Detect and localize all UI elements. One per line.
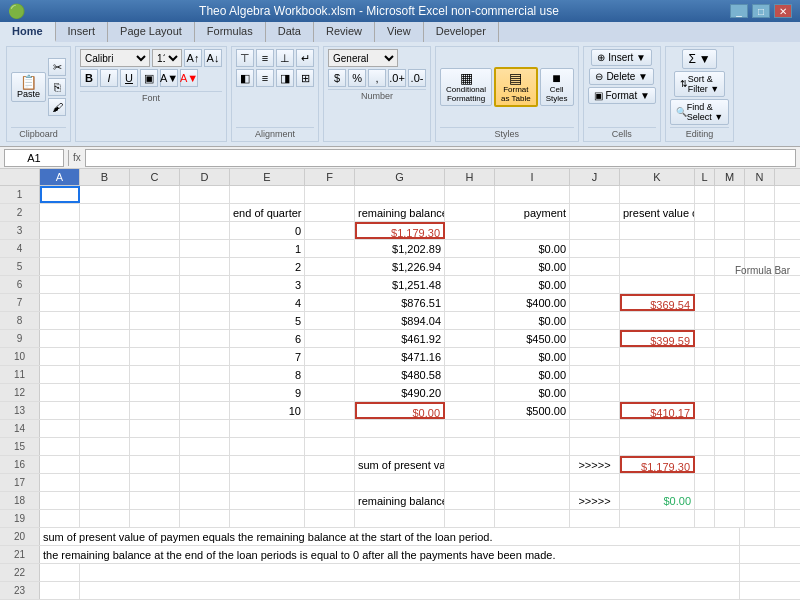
cell-g2[interactable]: remaining balance bbox=[355, 204, 445, 221]
find-select-button[interactable]: 🔍 Find &Select ▼ bbox=[670, 99, 729, 125]
decrease-font-button[interactable]: A↓ bbox=[204, 49, 222, 67]
col-header-h[interactable]: H bbox=[445, 169, 495, 185]
align-middle-button[interactable]: ≡ bbox=[256, 49, 274, 67]
align-left-button[interactable]: ◧ bbox=[236, 69, 254, 87]
percent-button[interactable]: % bbox=[348, 69, 366, 87]
cell-b1[interactable] bbox=[80, 186, 130, 203]
cell-g4[interactable]: $1,202.89 bbox=[355, 240, 445, 257]
col-header-k[interactable]: K bbox=[620, 169, 695, 185]
tab-data[interactable]: Data bbox=[266, 22, 314, 42]
col-header-f[interactable]: F bbox=[305, 169, 355, 185]
cell-i2[interactable]: payment bbox=[495, 204, 570, 221]
col-header-m[interactable]: M bbox=[715, 169, 745, 185]
autosum-button[interactable]: Σ▼ bbox=[682, 49, 716, 69]
col-header-d[interactable]: D bbox=[180, 169, 230, 185]
cell-c1[interactable] bbox=[130, 186, 180, 203]
cell-k18[interactable]: $0.00 bbox=[620, 492, 695, 509]
cut-button[interactable]: ✂ bbox=[48, 58, 66, 76]
tab-page-layout[interactable]: Page Layout bbox=[108, 22, 195, 42]
cell-f1[interactable] bbox=[305, 186, 355, 203]
underline-button[interactable]: U bbox=[120, 69, 138, 87]
col-header-b[interactable]: B bbox=[80, 169, 130, 185]
tab-developer[interactable]: Developer bbox=[424, 22, 499, 42]
align-right-button[interactable]: ◨ bbox=[276, 69, 294, 87]
cell-g3[interactable]: $1,179.30 bbox=[355, 222, 445, 239]
col-header-c[interactable]: C bbox=[130, 169, 180, 185]
cell-a20[interactable]: sum of present value of paymen equals th… bbox=[40, 528, 740, 545]
increase-font-button[interactable]: A↑ bbox=[184, 49, 202, 67]
cell-l1[interactable] bbox=[695, 186, 715, 203]
cell-g18[interactable]: remaining balance at the end of 10 quart… bbox=[355, 492, 445, 509]
col-header-n[interactable]: N bbox=[745, 169, 775, 185]
cell-k9[interactable]: $399.59 bbox=[620, 330, 695, 347]
minimize-button[interactable]: _ bbox=[730, 4, 748, 18]
tab-review[interactable]: Review bbox=[314, 22, 375, 42]
format-cells-button[interactable]: ▣ Format ▼ bbox=[588, 87, 656, 104]
col-header-l[interactable]: L bbox=[695, 169, 715, 185]
tab-formulas[interactable]: Formulas bbox=[195, 22, 266, 42]
cell-m1[interactable] bbox=[715, 186, 745, 203]
cell-g13[interactable]: $0.00 bbox=[355, 402, 445, 419]
cell-e2[interactable]: end of quarter bbox=[230, 204, 305, 221]
format-painter-button[interactable]: 🖌 bbox=[48, 98, 66, 116]
name-box[interactable] bbox=[4, 149, 64, 167]
col-header-e[interactable]: E bbox=[230, 169, 305, 185]
italic-button[interactable]: I bbox=[100, 69, 118, 87]
paste-button[interactable]: 📋 Paste bbox=[11, 72, 46, 102]
cell-h1[interactable] bbox=[445, 186, 495, 203]
fill-color-button[interactable]: A▼ bbox=[160, 69, 178, 87]
currency-button[interactable]: $ bbox=[328, 69, 346, 87]
bold-button[interactable]: B bbox=[80, 69, 98, 87]
font-color-button[interactable]: A▼ bbox=[180, 69, 198, 87]
delete-cells-button[interactable]: ⊖ Delete ▼ bbox=[589, 68, 654, 85]
cell-k1[interactable] bbox=[620, 186, 695, 203]
comma-button[interactable]: , bbox=[368, 69, 386, 87]
font-family-select[interactable]: Calibri bbox=[80, 49, 150, 67]
merge-center-button[interactable]: ⊞ bbox=[296, 69, 314, 87]
wrap-text-button[interactable]: ↵ bbox=[296, 49, 314, 67]
cell-k7[interactable]: $369.54 bbox=[620, 294, 695, 311]
cell-a21[interactable]: the remaining balance at the end of the … bbox=[40, 546, 740, 563]
window-controls[interactable]: _ □ ✕ bbox=[730, 4, 792, 18]
cell-k16[interactable]: $1,179.30 bbox=[620, 456, 695, 473]
cell-i3[interactable] bbox=[495, 222, 570, 239]
number-format-select[interactable]: General bbox=[328, 49, 398, 67]
font-size-select[interactable]: 11 bbox=[152, 49, 182, 67]
close-button[interactable]: ✕ bbox=[774, 4, 792, 18]
col-header-g[interactable]: G bbox=[355, 169, 445, 185]
cell-i1[interactable] bbox=[495, 186, 570, 203]
format-as-table-button[interactable]: ▤ Formatas Table bbox=[494, 67, 538, 107]
tab-view[interactable]: View bbox=[375, 22, 424, 42]
increase-decimal-button[interactable]: .0+ bbox=[388, 69, 406, 87]
cell-d1[interactable] bbox=[180, 186, 230, 203]
tab-insert[interactable]: Insert bbox=[56, 22, 109, 42]
cell-k13[interactable]: $410.17 bbox=[620, 402, 695, 419]
cell-a1[interactable] bbox=[40, 186, 80, 203]
insert-cells-button[interactable]: ⊕ Insert ▼ bbox=[591, 49, 652, 66]
cell-g16[interactable]: sum of present value of payments bbox=[355, 456, 445, 473]
cell-g1[interactable] bbox=[355, 186, 445, 203]
maximize-button[interactable]: □ bbox=[752, 4, 770, 18]
cell-j16[interactable]: >>>>> bbox=[570, 456, 620, 473]
tab-home[interactable]: Home bbox=[0, 22, 56, 42]
border-button[interactable]: ▣ bbox=[140, 69, 158, 87]
formula-input[interactable] bbox=[85, 149, 796, 167]
cell-a2[interactable] bbox=[40, 204, 80, 221]
cell-j1[interactable] bbox=[570, 186, 620, 203]
conditional-formatting-button[interactable]: ▦ ConditionalFormatting bbox=[440, 68, 492, 106]
cell-k2[interactable]: present value of payment bbox=[620, 204, 695, 221]
cell-k3[interactable] bbox=[620, 222, 695, 239]
col-header-i[interactable]: I bbox=[495, 169, 570, 185]
align-bottom-button[interactable]: ⊥ bbox=[276, 49, 294, 67]
align-center-button[interactable]: ≡ bbox=[256, 69, 274, 87]
decrease-decimal-button[interactable]: .0- bbox=[408, 69, 426, 87]
cell-e1[interactable] bbox=[230, 186, 305, 203]
sort-filter-button[interactable]: ⇅ Sort &Filter ▼ bbox=[674, 71, 725, 97]
align-top-button[interactable]: ⊤ bbox=[236, 49, 254, 67]
cell-e3[interactable]: 0 bbox=[230, 222, 305, 239]
copy-button[interactable]: ⎘ bbox=[48, 78, 66, 96]
col-header-j[interactable]: J bbox=[570, 169, 620, 185]
col-header-a[interactable]: A bbox=[40, 169, 80, 185]
cell-styles-button[interactable]: ■ CellStyles bbox=[540, 68, 574, 106]
cell-n1[interactable] bbox=[745, 186, 775, 203]
